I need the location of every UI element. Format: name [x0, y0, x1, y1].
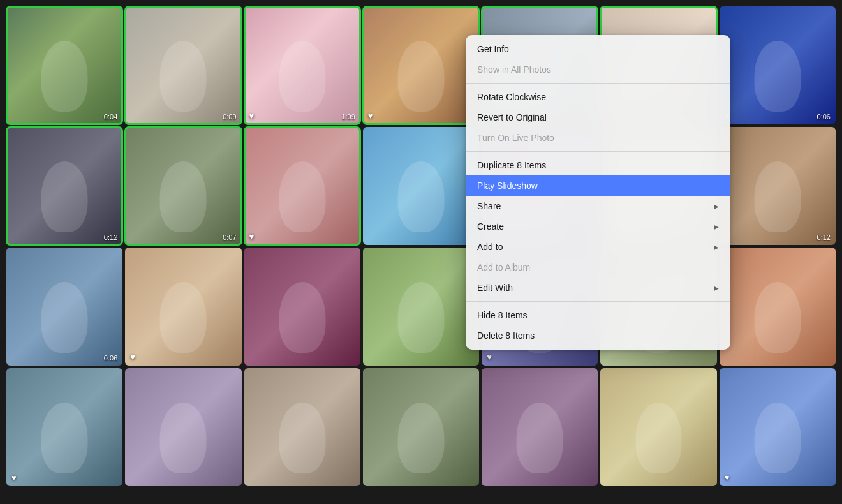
duration-badge: 0:06 — [817, 113, 831, 121]
duration-badge: 0:04 — [104, 113, 117, 121]
menu-item-play-slideshow[interactable]: Play Slideshow — [466, 175, 730, 196]
menu-item-label: Revert to Original — [477, 112, 719, 122]
menu-item-label: Add to — [477, 242, 714, 252]
menu-item-label: Duplicate 8 Items — [477, 160, 719, 170]
photo-item[interactable]: 0:12 — [720, 127, 836, 245]
heart-icon[interactable]: ♥ — [130, 352, 135, 362]
photo-item[interactable] — [363, 368, 479, 486]
submenu-arrow-icon: ▶ — [714, 285, 719, 292]
menu-item-label: Edit With — [477, 283, 714, 293]
menu-item-rotate-clockwise[interactable]: Rotate Clockwise — [466, 87, 730, 107]
duration-badge: 0:06 — [104, 354, 117, 362]
photo-item[interactable] — [482, 368, 598, 486]
menu-item-label: Turn On Live Photo — [477, 133, 719, 143]
duration-badge: 1:09 — [341, 113, 355, 121]
photo-item[interactable] — [363, 127, 479, 245]
menu-item-turn-on-live-photo: Turn On Live Photo — [466, 128, 730, 148]
photo-item[interactable] — [363, 248, 479, 366]
heart-icon[interactable]: ♥ — [725, 473, 730, 482]
photo-item[interactable]: ♥ — [363, 6, 479, 124]
menu-item-label: Create — [477, 221, 714, 232]
heart-icon[interactable]: ♥ — [487, 352, 492, 362]
context-menu: Get InfoShow in All PhotosRotate Clockwi… — [466, 35, 730, 350]
menu-item-duplicate-items[interactable]: Duplicate 8 Items — [466, 155, 730, 175]
menu-item-create[interactable]: Create▶ — [466, 216, 730, 237]
photo-item[interactable]: ♥1:09 — [244, 6, 360, 124]
menu-item-label: Add to Album — [477, 262, 719, 272]
photo-item[interactable] — [720, 248, 836, 366]
menu-separator — [466, 301, 730, 302]
photo-item[interactable]: 0:07 — [125, 127, 241, 245]
menu-item-add-to[interactable]: Add to▶ — [466, 237, 730, 257]
menu-item-label: Share — [477, 201, 714, 211]
photo-item[interactable] — [125, 368, 241, 486]
photo-item[interactable]: ♥ — [125, 248, 241, 366]
menu-item-label: Hide 8 Items — [477, 310, 719, 320]
menu-item-label: Rotate Clockwise — [477, 92, 719, 102]
menu-item-label: Show in All Photos — [477, 64, 719, 75]
submenu-arrow-icon: ▶ — [714, 203, 719, 210]
photo-item[interactable]: 0:09 — [125, 6, 241, 124]
photo-item[interactable] — [244, 368, 360, 486]
menu-separator — [466, 151, 730, 152]
photo-item[interactable]: ♥ — [244, 127, 360, 245]
photo-item[interactable] — [600, 368, 716, 486]
menu-item-hide-items[interactable]: Hide 8 Items — [466, 305, 730, 325]
heart-icon[interactable]: ♥ — [368, 111, 373, 121]
photo-item[interactable]: 0:04 — [6, 6, 122, 124]
menu-item-share[interactable]: Share▶ — [466, 196, 730, 216]
menu-item-get-info[interactable]: Get Info — [466, 39, 730, 59]
photo-item[interactable]: ♥ — [6, 368, 122, 486]
menu-separator — [466, 83, 730, 84]
photo-item[interactable]: 0:12 — [6, 127, 122, 245]
menu-item-delete-items[interactable]: Delete 8 Items — [466, 325, 730, 346]
menu-item-edit-with[interactable]: Edit With▶ — [466, 278, 730, 298]
heart-icon[interactable]: ♥ — [11, 473, 17, 482]
duration-badge: 0:09 — [223, 113, 236, 121]
photo-item[interactable]: ♥0:06 — [720, 6, 836, 124]
menu-item-add-to-album: Add to Album — [466, 257, 730, 278]
menu-item-revert-original[interactable]: Revert to Original — [466, 107, 730, 128]
submenu-arrow-icon: ▶ — [714, 223, 719, 230]
heart-icon[interactable]: ♥ — [249, 111, 255, 121]
duration-badge: 0:12 — [817, 233, 831, 241]
photo-item[interactable]: 0:06 — [6, 248, 122, 366]
menu-item-label: Get Info — [477, 44, 719, 54]
menu-item-label: Play Slideshow — [477, 181, 719, 191]
menu-item-show-all-photos: Show in All Photos — [466, 59, 730, 80]
duration-badge: 0:07 — [223, 233, 236, 241]
photo-item[interactable]: ♥ — [720, 368, 836, 486]
menu-item-label: Delete 8 Items — [477, 330, 719, 341]
duration-badge: 0:12 — [104, 233, 117, 241]
heart-icon[interactable]: ♥ — [249, 232, 255, 241]
photo-item[interactable] — [244, 248, 360, 366]
submenu-arrow-icon: ▶ — [714, 244, 719, 251]
